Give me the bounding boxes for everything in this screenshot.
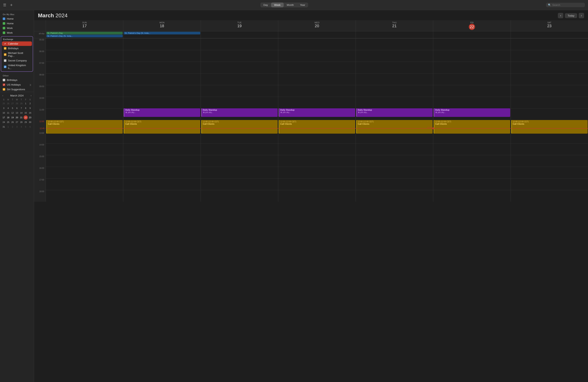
sidebar-toggle-button[interactable]: ☰ bbox=[3, 3, 6, 7]
day-header-wed: WED 20 bbox=[278, 20, 356, 31]
sidebar-item-michael[interactable]: Michael Scott Pap... bbox=[2, 51, 32, 58]
mini-day[interactable]: 24 bbox=[1, 120, 6, 124]
standup-event-fri[interactable]: Daily Standup 🖥 join.sky... bbox=[434, 108, 510, 117]
mini-day[interactable]: 29 bbox=[23, 120, 28, 124]
mini-next-button[interactable]: › bbox=[31, 94, 32, 97]
month-view-button[interactable]: Month bbox=[284, 2, 297, 7]
mini-day[interactable]: 5 bbox=[23, 125, 28, 129]
call-event-tue[interactable]: 12:00 (12:00 CET) Call Clients bbox=[201, 120, 278, 134]
day-col-sat[interactable]: 12:00 (12:00 CET) Call Clients bbox=[511, 38, 588, 202]
sidebar-item-home1[interactable]: Home bbox=[1, 17, 33, 21]
day-col-wed[interactable]: Daily Standup 🖥 join.sky... 12:00 (12:00… bbox=[278, 38, 356, 202]
event-time: 12:00 (12:00 CET) bbox=[280, 121, 296, 123]
mini-today[interactable]: 22 bbox=[23, 115, 28, 120]
search-box[interactable]: 🔍 bbox=[546, 3, 585, 7]
home1-color bbox=[3, 18, 5, 20]
mini-day[interactable]: 25 bbox=[6, 120, 10, 124]
mini-day[interactable]: 3 bbox=[1, 106, 6, 110]
mini-day[interactable]: 1 bbox=[6, 125, 10, 129]
day-col-sun[interactable]: 12:00 (12:00 CET) Call Clients bbox=[46, 38, 123, 202]
sidebar-item-label: Calendar bbox=[8, 42, 18, 45]
mini-day[interactable]: 10 bbox=[1, 111, 6, 115]
sidebar-item-secret[interactable]: Secret Company bbox=[2, 58, 32, 63]
mini-day[interactable]: 14 bbox=[19, 111, 23, 115]
allday-event[interactable]: St. Patrick's Day bbox=[46, 32, 123, 34]
sidebar-item-siri[interactable]: Siri Suggestions bbox=[1, 87, 33, 92]
sidebar-item-calendar[interactable]: Calendar bbox=[2, 42, 32, 46]
standup-event-wed[interactable]: Daily Standup 🖥 join.sky... bbox=[279, 108, 355, 117]
mini-day[interactable]: 28 bbox=[19, 120, 23, 124]
sidebar-item-birthdays[interactable]: Birthdays bbox=[2, 46, 32, 51]
mini-day[interactable]: 3 bbox=[15, 125, 19, 129]
mini-day[interactable]: 12 bbox=[10, 111, 15, 115]
allday-event[interactable]: St. Patrick's Day (N. Irela... bbox=[124, 32, 200, 34]
mini-day[interactable]: 27 bbox=[15, 120, 19, 124]
mini-day[interactable]: 4 bbox=[19, 125, 23, 129]
on-my-mac-header: On My Mac bbox=[0, 12, 34, 16]
sidebar-item-us-holidays[interactable]: US Holidays )) bbox=[1, 83, 33, 87]
sidebar-item-uk[interactable]: United Kingdom h... bbox=[2, 63, 32, 70]
sidebar-item-home2[interactable]: Home bbox=[1, 21, 33, 26]
mini-day[interactable]: 7 bbox=[19, 106, 23, 110]
day-header-sat: SAT 23 bbox=[511, 20, 588, 31]
mini-day[interactable]: 20 bbox=[15, 115, 19, 120]
mini-day[interactable]: 29 bbox=[19, 101, 23, 106]
call-event-thu[interactable]: 12:00 (12:00 CET) Call Clients bbox=[356, 120, 433, 134]
allday-event[interactable]: St. Patrick's Day (N. Irela... bbox=[46, 35, 123, 37]
mini-day[interactable]: 18 bbox=[6, 115, 10, 120]
mini-day[interactable]: 21 bbox=[19, 115, 23, 120]
mini-day[interactable]: 26 bbox=[6, 101, 10, 106]
mini-day[interactable]: 2 bbox=[28, 101, 32, 106]
mini-day[interactable]: 16 bbox=[28, 111, 32, 115]
mini-day[interactable]: 26 bbox=[10, 120, 15, 124]
mini-day[interactable]: 6 bbox=[28, 125, 32, 129]
mini-day[interactable]: 4 bbox=[6, 106, 10, 110]
mini-day[interactable]: 11 bbox=[6, 111, 10, 115]
mini-day[interactable]: 19 bbox=[10, 115, 15, 120]
day-header-sun: SUN 17 bbox=[46, 20, 123, 31]
call-event-fri[interactable]: 12:00 (12:00 CET) Call Clients bbox=[434, 120, 510, 134]
mini-day[interactable]: 5 bbox=[10, 106, 15, 110]
mini-day[interactable]: 13 bbox=[15, 111, 19, 115]
standup-event-thu[interactable]: Daily Standup 🖥 join.sky... bbox=[356, 108, 433, 117]
day-col-fri[interactable]: Daily Standup 🖥 join.sky... 12:00 (12:00… bbox=[433, 38, 510, 202]
mini-day[interactable]: 28 bbox=[15, 101, 19, 106]
week-view-button[interactable]: Week bbox=[271, 2, 284, 7]
standup-event-mon[interactable]: Daily Standup 🖥 join.sky... bbox=[124, 108, 200, 117]
search-input[interactable] bbox=[552, 3, 583, 6]
today-button[interactable]: Today bbox=[565, 13, 577, 18]
add-event-button[interactable]: + bbox=[10, 2, 13, 8]
event-title: Daily Standup bbox=[358, 109, 432, 111]
call-event-mon[interactable]: 12:00 (12:00 CET) Call Clients bbox=[124, 120, 200, 134]
mini-day[interactable]: 17 bbox=[1, 115, 6, 120]
allday-cell-tue bbox=[201, 31, 278, 38]
day-col-mon[interactable]: Daily Standup 🖥 join.sky... 12:00 (12:00… bbox=[123, 38, 200, 202]
mini-day[interactable]: 31 bbox=[1, 125, 6, 129]
mini-day[interactable]: 8 bbox=[23, 106, 28, 110]
call-event-wed[interactable]: 12:00 (12:00 CET) Call Clients bbox=[279, 120, 355, 134]
mini-day[interactable]: 30 bbox=[28, 120, 32, 124]
allday-cell-sat bbox=[511, 31, 588, 38]
standup-event-tue[interactable]: Daily Standup 🖥 join.sky... bbox=[201, 108, 278, 117]
sidebar-item-work2[interactable]: Work bbox=[1, 31, 33, 35]
call-event-sun[interactable]: 12:00 (12:00 CET) Call Clients bbox=[46, 120, 123, 134]
mini-day[interactable]: 1 bbox=[23, 101, 28, 106]
mini-day[interactable]: 6 bbox=[15, 106, 19, 110]
time-label-13: 13:00 bbox=[34, 132, 46, 143]
mini-day[interactable]: 2 bbox=[10, 125, 15, 129]
year-view-button[interactable]: Year bbox=[297, 2, 308, 7]
day-view-button[interactable]: Day bbox=[260, 2, 271, 7]
mini-day[interactable]: 9 bbox=[28, 106, 32, 110]
sidebar-item-birthdays2[interactable]: Birthdays bbox=[1, 78, 33, 82]
day-col-thu[interactable]: Daily Standup 🖥 join.sky... 12:00 (12:00… bbox=[356, 38, 433, 202]
mini-day[interactable]: 25 bbox=[1, 101, 6, 106]
mini-day[interactable]: 27 bbox=[10, 101, 15, 106]
day-col-tue[interactable]: Daily Standup 🖥 join.sky... 12:00 (12:00… bbox=[201, 38, 278, 202]
mini-day[interactable]: 23 bbox=[28, 115, 32, 120]
mini-prev-button[interactable]: ‹ bbox=[2, 94, 3, 97]
sidebar-item-work1[interactable]: Work bbox=[1, 26, 33, 30]
call-event-sat[interactable]: 12:00 (12:00 CET) Call Clients bbox=[511, 120, 588, 134]
mini-day[interactable]: 15 bbox=[23, 111, 28, 115]
next-week-button[interactable]: › bbox=[579, 13, 584, 18]
prev-week-button[interactable]: ‹ bbox=[558, 13, 563, 18]
